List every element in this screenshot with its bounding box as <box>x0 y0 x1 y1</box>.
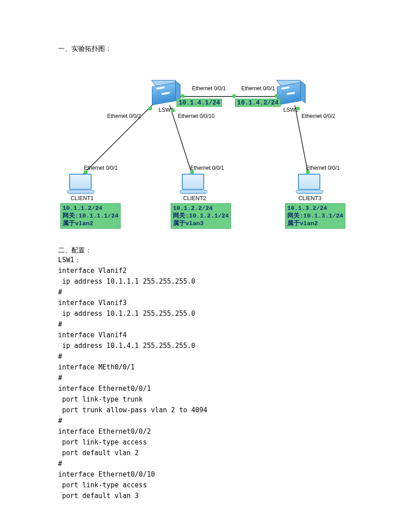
client3-vlan: 属于vlan2 <box>287 220 343 227</box>
client2-label: CLIENT2 <box>183 195 206 201</box>
port-lsw1-e001: Ethernet 0/0/1 <box>192 85 226 92</box>
config-block: interface Vlanif2 ip address 10.1.1.1 25… <box>58 265 353 501</box>
ip-lsw2-link: 10.1.4.2/24 <box>235 99 281 107</box>
client1-gw: 网关:10.1.1.1/24 <box>63 212 118 220</box>
port-dot <box>296 107 300 110</box>
section1-title: 一、实验拓扑图： <box>58 45 353 53</box>
client1-icon <box>67 174 94 193</box>
port-lsw2-e001: Ethernet 0/0/1 <box>241 85 275 92</box>
port-client2-e001: Ethernet 0/0/1 <box>190 165 224 171</box>
port-lsw2-e002: Ethernet 0/0/2 <box>302 113 335 119</box>
topology-diagram: LSW1 LSW2 Ethernet 0/0/1 Ethernet 0/0/1 … <box>58 59 353 237</box>
port-dot <box>148 107 152 110</box>
client2-icon <box>180 174 206 193</box>
client3-ip: 10.1.3.2/24 <box>287 205 343 212</box>
switch-lsw1-icon <box>152 84 175 102</box>
client3-icon <box>296 174 323 193</box>
port-client1-e001: Ethernet 0/0/1 <box>84 165 117 171</box>
client1-vlan: 属于vlan2 <box>63 220 118 227</box>
client3-gw: 网关:10.1.3.1/24 <box>287 212 343 220</box>
client2-ip: 10.1.2.2/24 <box>173 205 229 212</box>
client3-info: 10.1.3.2/24 网关:10.1.3.1/24 属于vlan2 <box>285 203 345 229</box>
client2-gw: 网关:10.1.2.1/24 <box>173 212 229 220</box>
client1-ip: 10.1.1.2/24 <box>63 205 118 212</box>
config-device-header: LSW1： <box>58 255 353 265</box>
port-dot <box>232 94 236 98</box>
client3-label: CLIENT3 <box>298 195 321 201</box>
port-dot <box>181 94 185 98</box>
client1-info: 10.1.1.2/24 网关:10.1.1.1/24 属于vlan2 <box>60 203 121 229</box>
port-dot <box>275 94 278 98</box>
port-lsw1-e0010: Ethernet 0/0/10 <box>178 113 214 119</box>
client2-info: 10.1.2.2/24 网关:10.1.2.1/24 属于vlan3 <box>171 203 231 229</box>
port-client3-e001: Ethernet 0/0/1 <box>306 165 340 171</box>
section2-title: 二、配置： <box>58 246 353 255</box>
port-dot <box>171 109 175 112</box>
client1-label: CLIENT1 <box>71 195 93 201</box>
client2-vlan: 属于vlan3 <box>173 220 229 227</box>
ip-lsw1-link: 10.1.4.1/24 <box>176 99 222 107</box>
port-lsw1-e002: Ethernet 0/0/2 <box>107 113 141 119</box>
